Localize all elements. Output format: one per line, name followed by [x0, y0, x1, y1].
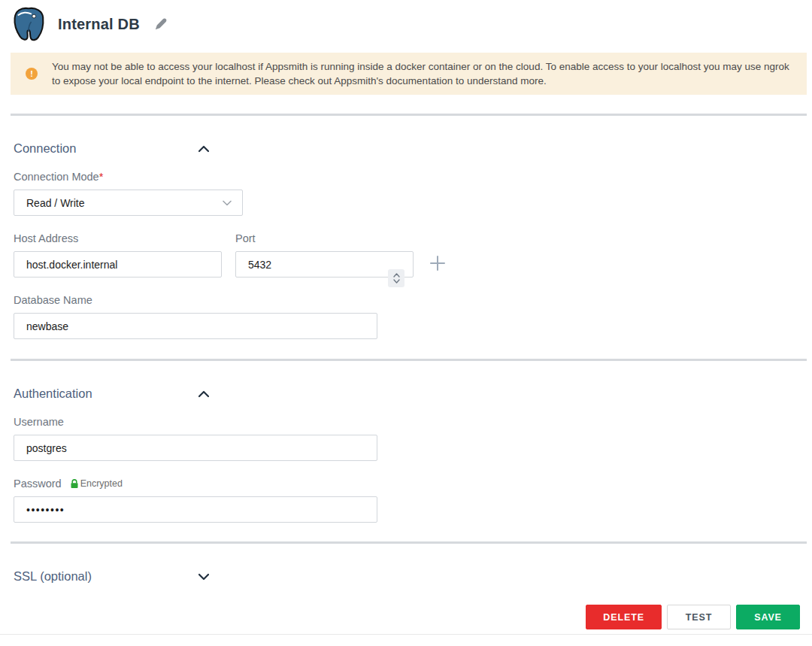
- section-divider: [11, 541, 807, 544]
- encrypted-badge: Encrypted: [70, 478, 123, 489]
- chevron-down-icon: [198, 573, 209, 581]
- password-label-row: Password Encrypted: [14, 478, 812, 490]
- warning-text: You may not be able to access your local…: [52, 59, 792, 88]
- host-address-group: Host Address: [14, 216, 222, 278]
- section-divider: [11, 359, 807, 361]
- plus-icon: [430, 256, 445, 271]
- host-address-label: Host Address: [14, 232, 222, 244]
- required-asterisk: *: [99, 171, 104, 183]
- port-label: Port: [235, 232, 414, 244]
- action-button-bar: DELETE TEST SAVE: [0, 605, 800, 629]
- host-address-input[interactable]: [14, 251, 222, 278]
- chevron-up-icon: [198, 145, 209, 153]
- database-name-input[interactable]: [14, 313, 377, 339]
- section-header-connection[interactable]: Connection: [14, 141, 209, 156]
- warning-icon: !: [26, 68, 38, 80]
- chevron-down-icon: [223, 200, 232, 206]
- database-name-label: Database Name: [14, 294, 812, 306]
- section-header-ssl[interactable]: SSL (optional): [14, 569, 209, 584]
- section-header-authentication[interactable]: Authentication: [14, 387, 209, 401]
- save-button[interactable]: SAVE: [736, 605, 800, 629]
- test-button[interactable]: TEST: [667, 605, 731, 629]
- encrypted-badge-text: Encrypted: [80, 478, 123, 489]
- username-input[interactable]: [14, 435, 377, 461]
- add-endpoint-button[interactable]: [430, 256, 445, 271]
- localhost-warning-banner: ! You may not be able to access your loc…: [11, 53, 807, 95]
- port-number-stepper[interactable]: [388, 269, 404, 287]
- username-label: Username: [14, 416, 812, 428]
- bottom-border: [0, 634, 812, 635]
- stepper-down-icon: [393, 279, 400, 284]
- lock-icon: [70, 479, 79, 489]
- postgresql-logo-icon: [11, 6, 47, 42]
- password-label: Password: [14, 478, 62, 490]
- pencil-icon: [154, 17, 168, 31]
- password-input[interactable]: [14, 496, 377, 523]
- connection-mode-value: Read / Write: [26, 197, 85, 209]
- section-title-ssl: SSL (optional): [14, 569, 92, 584]
- datasource-header: Internal DB: [0, 0, 812, 42]
- section-title-authentication: Authentication: [14, 387, 92, 401]
- connection-mode-label: Connection Mode*: [14, 171, 812, 183]
- page-title: Internal DB: [58, 16, 140, 33]
- section-divider: [11, 114, 807, 116]
- port-input[interactable]: [235, 251, 414, 278]
- stepper-up-icon: [393, 273, 400, 278]
- host-port-row: Host Address Port: [14, 216, 812, 278]
- section-title-connection: Connection: [14, 141, 76, 156]
- chevron-up-icon: [198, 390, 209, 398]
- port-group: Port: [235, 216, 414, 278]
- connection-mode-label-text: Connection Mode: [14, 171, 99, 183]
- delete-button[interactable]: DELETE: [586, 605, 662, 629]
- edit-name-button[interactable]: [154, 17, 168, 31]
- connection-mode-select[interactable]: Read / Write: [14, 190, 243, 216]
- datasource-editor-page: Internal DB ! You may not be able to acc…: [0, 0, 812, 635]
